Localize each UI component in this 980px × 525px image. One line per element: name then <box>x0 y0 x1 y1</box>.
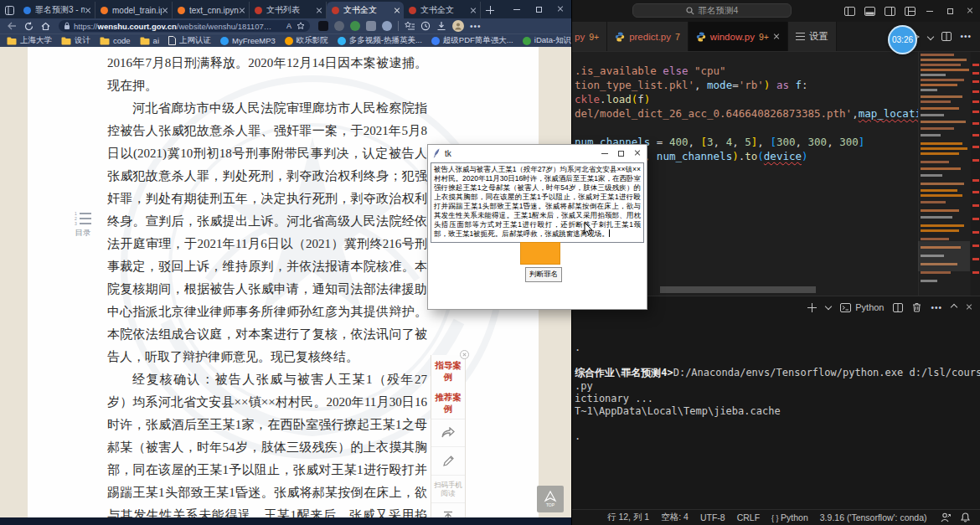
tk-close-icon[interactable] <box>634 150 642 157</box>
editor-more-icon[interactable]: ••• <box>960 32 972 41</box>
qr-read-label[interactable]: 扫码手机阅读 <box>431 475 465 502</box>
panel-close-icon[interactable] <box>460 350 469 359</box>
maximize-button[interactable] <box>528 0 549 18</box>
new-terminal-icon[interactable] <box>807 303 817 312</box>
new-tab-button[interactable] <box>486 6 494 14</box>
status-item[interactable]: UTF-8 <box>700 512 725 522</box>
share-icon[interactable] <box>431 419 465 446</box>
terminal-panel[interactable]: Python ••• . 综合作业\罪名预测4>D:/Anaconda/envs… <box>572 296 980 509</box>
scroll-top-button[interactable]: TOP <box>537 486 564 512</box>
terminal-profile-dropdown-icon[interactable] <box>825 302 832 309</box>
folder-icon <box>61 37 71 45</box>
kill-terminal-icon[interactable] <box>912 302 921 312</box>
status-item[interactable]: 行 12, 列 1 <box>607 512 649 523</box>
translate-icon[interactable] <box>382 21 392 31</box>
favorite-star-icon[interactable] <box>297 22 305 30</box>
history-icon[interactable] <box>420 21 431 31</box>
address-bar[interactable]: https://wenshu.court.gov.cn/website/wens… <box>59 20 310 32</box>
bookmark-item[interactable]: 超级PDF简单强大... <box>431 35 513 46</box>
back-icon[interactable] <box>3 19 20 33</box>
tab-close-icon[interactable] <box>162 7 168 13</box>
document-paragraph: 河北省廊坊市中级人民法院审理廊坊市人民检察院指控被告人张威犯故意杀人罪、强奸罪一… <box>107 97 427 368</box>
vscode-close-button[interactable] <box>960 0 980 22</box>
run-dropdown-icon[interactable] <box>927 33 934 39</box>
tab-close-icon[interactable] <box>773 33 780 40</box>
terminal-tab[interactable]: Python <box>840 302 884 312</box>
tk-minimize-icon[interactable] <box>601 153 608 154</box>
tab-close-icon[interactable] <box>85 7 91 13</box>
accounts-icon[interactable] <box>941 512 951 522</box>
bookmark-item[interactable]: code <box>100 36 131 45</box>
correction-pen-icon[interactable] <box>431 446 465 475</box>
extension-icon[interactable] <box>334 21 344 31</box>
extension-icon[interactable] <box>366 21 376 31</box>
case-text-input[interactable]: 被告人张威与被害人王某1（殁年27岁）均系河北省文安县××镇××村村民。2020… <box>431 162 644 243</box>
browser-menu-icon[interactable]: ••• <box>470 22 482 31</box>
editor-tab[interactable]: window.py9+ <box>689 22 788 51</box>
side-panel-link[interactable]: 推荐案例 <box>431 387 465 419</box>
read-aloud-icon[interactable]: A <box>286 22 291 30</box>
tab-filename: predict.py <box>629 32 671 42</box>
close-button[interactable] <box>549 0 571 18</box>
home-icon[interactable] <box>37 19 54 33</box>
status-item[interactable]: 3.9.16 ('Tensorflow': conda) <box>820 512 927 522</box>
minimap-slider[interactable] <box>918 241 970 271</box>
bookmark-item[interactable]: iData-知识检索 <box>523 35 571 46</box>
customize-layout-icon[interactable] <box>900 0 920 22</box>
screen-recorder-badge[interactable]: 03:26 <box>888 25 917 54</box>
tk-title-bar[interactable]: tk <box>428 145 647 162</box>
extension-icon[interactable] <box>318 21 328 31</box>
split-terminal-icon[interactable] <box>893 303 903 312</box>
tk-maximize-icon[interactable] <box>618 151 624 157</box>
browser-tab[interactable]: 文书全文 <box>404 2 481 18</box>
toc-button[interactable]: 123 目录 <box>70 211 95 239</box>
bookmark-item[interactable]: 上海大学 <box>7 35 52 46</box>
toggle-sidebar-icon[interactable] <box>839 0 859 22</box>
editor-tab-bar: py9+predict.py7window.py9+设置••• <box>572 22 980 52</box>
tab-close-icon[interactable] <box>316 7 322 13</box>
side-panel-link[interactable]: 指导案例 <box>431 355 465 387</box>
editor-tab[interactable]: py9+ <box>572 22 607 51</box>
profile-avatar[interactable] <box>452 20 464 32</box>
status-item[interactable]: CRLF <box>737 512 760 522</box>
bookmark-item[interactable]: ai <box>140 36 159 45</box>
notifications-bell-icon[interactable] <box>961 512 970 522</box>
error-mark <box>972 100 979 103</box>
refresh-icon[interactable] <box>20 19 37 33</box>
status-item[interactable]: { } Python <box>771 512 808 522</box>
vscode-maximize-button[interactable] <box>940 0 960 22</box>
predict-button[interactable] <box>520 242 560 265</box>
bookmark-item[interactable]: 上网认证 <box>168 35 211 46</box>
back-to-top-icon[interactable] <box>431 502 465 517</box>
tab-close-icon[interactable] <box>394 7 400 13</box>
editor-tab[interactable]: predict.py7 <box>607 22 689 51</box>
browser-tab[interactable]: 文书全文 <box>327 2 404 18</box>
extension-icon[interactable] <box>350 21 360 31</box>
command-center-search[interactable]: 罪名预测4 <box>632 3 792 18</box>
terminal-more-icon[interactable]: ••• <box>931 303 942 312</box>
bookmark-item[interactable]: 欧乐影院 <box>285 35 328 46</box>
split-editor-icon[interactable] <box>941 32 952 41</box>
vertical-tabs-icon[interactable] <box>0 2 18 18</box>
maximize-panel-icon[interactable] <box>951 304 957 311</box>
browser-tab[interactable]: text_cnn.ipynb <box>173 2 250 18</box>
site-icon <box>220 37 229 45</box>
download-icon[interactable] <box>436 21 446 31</box>
browser-tab[interactable]: 文书列表 <box>250 2 327 18</box>
editor-tab[interactable]: 设置 <box>788 22 837 51</box>
status-item[interactable]: 空格: 4 <box>661 512 689 523</box>
browser-tab[interactable]: model_train.ip <box>95 2 173 18</box>
close-panel-icon[interactable] <box>966 304 973 311</box>
horizontal-scrollbar[interactable] <box>660 286 816 293</box>
bookmark-item[interactable]: 多多视频-热播英美... <box>338 35 422 46</box>
vscode-minimize-button[interactable] <box>920 0 940 22</box>
tab-close-icon[interactable] <box>470 7 477 13</box>
bookmark-item[interactable]: 设计 <box>61 35 90 46</box>
collections-icon[interactable] <box>405 21 415 31</box>
tab-close-icon[interactable] <box>239 7 245 13</box>
toggle-panel-icon[interactable] <box>859 0 879 22</box>
bookmark-item[interactable]: MyFreeMP3 <box>220 36 276 45</box>
minimize-button[interactable] <box>506 0 528 18</box>
toggle-secondary-sidebar-icon[interactable] <box>879 0 900 22</box>
browser-tab[interactable]: 罪名预测3 - m <box>18 2 95 18</box>
